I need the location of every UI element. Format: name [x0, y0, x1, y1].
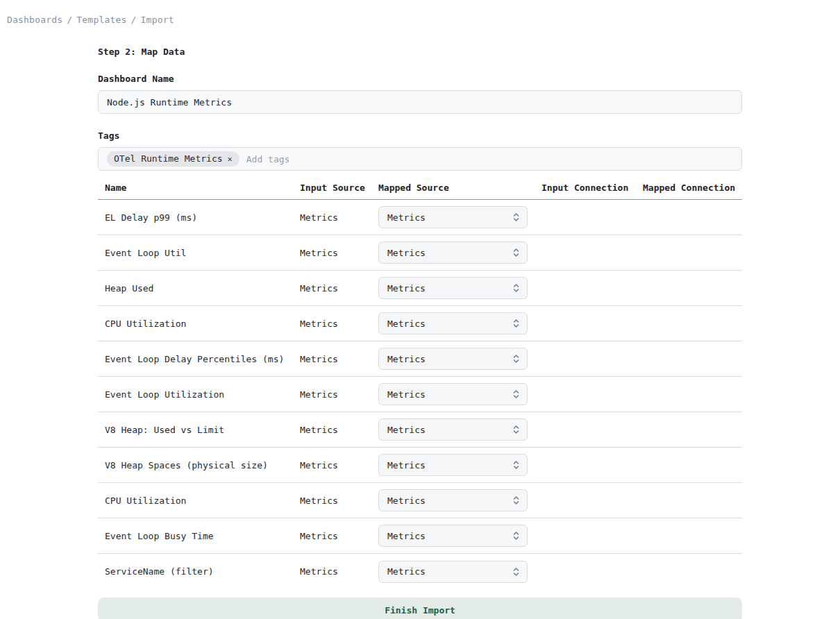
tag-chip-label: OTel Runtime Metrics: [114, 153, 223, 164]
mapped-source-select[interactable]: Metrics: [378, 418, 528, 441]
mapped-source-value: Metrics: [387, 495, 426, 506]
row-input-source: Metrics: [300, 212, 378, 223]
table-row: Event Loop Busy Time Metrics Metrics: [98, 518, 742, 554]
table-row: ServiceName (filter) Metrics Metrics: [98, 554, 742, 589]
breadcrumb-templates[interactable]: Templates: [76, 15, 126, 25]
table-row: CPU Utilization Metrics Metrics: [98, 483, 742, 518]
breadcrumb-separator: /: [67, 15, 72, 25]
mapped-source-value: Metrics: [387, 319, 426, 329]
unfold-chevrons-icon: [512, 354, 520, 364]
dashboard-name-label: Dashboard Name: [98, 74, 742, 84]
unfold-chevrons-icon: [512, 495, 520, 505]
breadcrumb: Dashboards/Templates/Import: [0, 0, 840, 25]
tag-chip: OTel Runtime Metrics ✕: [107, 151, 240, 167]
mapped-source-value: Metrics: [387, 425, 426, 435]
mapped-source-select[interactable]: Metrics: [378, 348, 528, 370]
step-title: Step 2: Map Data: [98, 46, 742, 57]
table-row: V8 Heap Spaces (physical size) Metrics M…: [98, 448, 742, 483]
row-name: Heap Used: [98, 283, 300, 294]
unfold-chevrons-icon: [512, 319, 520, 328]
row-name: EL Delay p99 (ms): [98, 212, 300, 223]
table-row: Event Loop Delay Percentiles (ms) Metric…: [98, 341, 742, 377]
mapped-source-select[interactable]: Metrics: [378, 312, 528, 334]
table-row: Event Loop Util Metrics Metrics: [98, 235, 742, 271]
breadcrumb-separator: /: [131, 15, 137, 25]
unfold-chevrons-icon: [512, 389, 520, 399]
column-header-input-source: Input Source: [300, 183, 378, 193]
mapped-source-value: Metrics: [387, 566, 426, 577]
mapped-source-select[interactable]: Metrics: [378, 489, 528, 511]
row-name: Event Loop Delay Percentiles (ms): [98, 354, 300, 364]
dashboard-name-input[interactable]: Node.js Runtime Metrics: [98, 90, 742, 114]
row-input-source: Metrics: [300, 319, 378, 329]
table-row: EL Delay p99 (ms) Metrics Metrics: [98, 200, 742, 235]
row-input-source: Metrics: [300, 460, 378, 470]
unfold-chevrons-icon: [512, 248, 520, 257]
import-wizard-panel: Step 2: Map Data Dashboard Name Node.js …: [98, 46, 742, 619]
unfold-chevrons-icon: [512, 460, 520, 470]
row-input-source: Metrics: [300, 389, 378, 400]
row-name: V8 Heap: Used vs Limit: [98, 425, 300, 435]
row-name: V8 Heap Spaces (physical size): [98, 460, 300, 470]
mapped-source-select[interactable]: Metrics: [378, 454, 528, 476]
mapping-table: Name Input Source Mapped Source Input Co…: [98, 183, 742, 589]
table-row: CPU Utilization Metrics Metrics: [98, 306, 742, 341]
mapped-source-value: Metrics: [387, 212, 426, 223]
unfold-chevrons-icon: [512, 283, 520, 293]
mapped-source-value: Metrics: [387, 460, 426, 470]
mapped-source-value: Metrics: [387, 283, 426, 294]
breadcrumb-dashboards[interactable]: Dashboards: [7, 15, 62, 25]
column-header-name: Name: [98, 183, 300, 193]
dashboard-name-value: Node.js Runtime Metrics: [107, 97, 232, 108]
mapped-source-select[interactable]: Metrics: [378, 206, 528, 228]
row-input-source: Metrics: [300, 354, 378, 364]
unfold-chevrons-icon: [512, 425, 520, 434]
mapped-source-select[interactable]: Metrics: [378, 525, 528, 547]
finish-import-button[interactable]: Finish Import: [98, 597, 742, 619]
row-name: Event Loop Utilization: [98, 389, 300, 400]
mapped-source-select[interactable]: Metrics: [378, 561, 528, 583]
mapped-source-value: Metrics: [387, 531, 426, 541]
row-input-source: Metrics: [300, 531, 378, 541]
mapped-source-select[interactable]: Metrics: [378, 241, 528, 264]
column-header-input-connection: Input Connection: [541, 183, 643, 193]
unfold-chevrons-icon: [512, 567, 520, 577]
table-row: V8 Heap: Used vs Limit Metrics Metrics: [98, 412, 742, 448]
table-header-row: Name Input Source Mapped Source Input Co…: [98, 183, 742, 200]
row-name: CPU Utilization: [98, 495, 300, 506]
unfold-chevrons-icon: [512, 212, 520, 222]
mapped-source-select[interactable]: Metrics: [378, 383, 528, 405]
unfold-chevrons-icon: [512, 531, 520, 541]
row-name: CPU Utilization: [98, 319, 300, 329]
table-body: EL Delay p99 (ms) Metrics Metrics Event …: [98, 200, 742, 589]
tags-label: Tags: [98, 130, 742, 141]
row-input-source: Metrics: [300, 495, 378, 506]
tags-input[interactable]: OTel Runtime Metrics ✕ Add tags: [98, 147, 742, 171]
row-name: ServiceName (filter): [98, 566, 300, 577]
column-header-mapped-source: Mapped Source: [378, 183, 541, 193]
row-name: Event Loop Util: [98, 248, 300, 258]
row-input-source: Metrics: [300, 283, 378, 294]
mapped-source-value: Metrics: [387, 354, 426, 364]
mapped-source-value: Metrics: [387, 248, 426, 258]
row-input-source: Metrics: [300, 425, 378, 435]
breadcrumb-import: Import: [141, 15, 174, 25]
mapped-source-select[interactable]: Metrics: [378, 277, 528, 299]
column-header-mapped-connection: Mapped Connection: [643, 183, 742, 193]
table-row: Event Loop Utilization Metrics Metrics: [98, 377, 742, 412]
row-input-source: Metrics: [300, 248, 378, 258]
tag-remove-icon[interactable]: ✕: [228, 155, 233, 163]
row-input-source: Metrics: [300, 566, 378, 577]
row-name: Event Loop Busy Time: [98, 531, 300, 541]
mapped-source-value: Metrics: [387, 389, 426, 400]
tags-placeholder: Add tags: [246, 154, 290, 164]
table-row: Heap Used Metrics Metrics: [98, 271, 742, 306]
